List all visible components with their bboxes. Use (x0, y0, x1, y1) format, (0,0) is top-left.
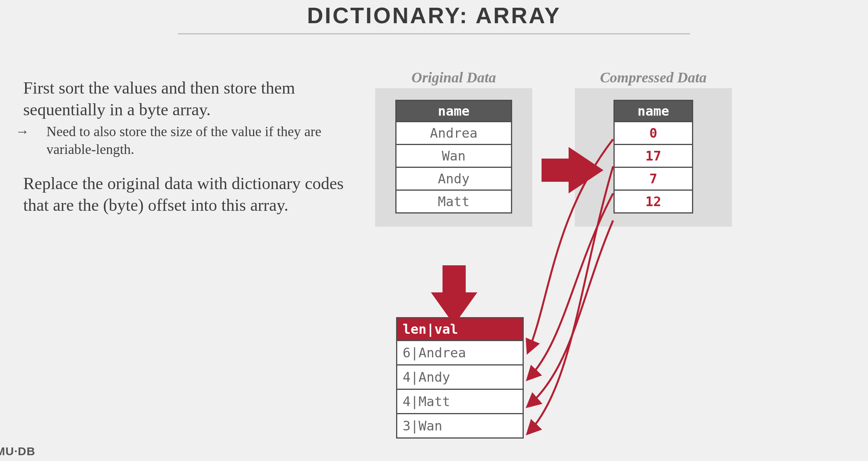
original-header: name (396, 101, 511, 121)
compressed-header: name (615, 101, 692, 121)
compressed-data-panel: Compressed Data name 0 17 7 12 (575, 69, 732, 227)
svg-rect-2 (443, 265, 466, 292)
table-row: 3|Wan (397, 413, 523, 437)
body-text: First sort the values and then store the… (23, 77, 344, 231)
dictionary-header: len|val (397, 318, 523, 340)
original-panel-bg: name Andrea Wan Andy Matt (375, 88, 532, 227)
original-label: Original Data (375, 69, 532, 86)
table-row: 7 (615, 167, 692, 190)
table-row: 0 (615, 121, 692, 144)
dictionary-table: len|val 6|Andrea 4|Andy 4|Matt 3|Wan (396, 317, 524, 439)
compressed-label: Compressed Data (575, 69, 732, 86)
title-divider (178, 33, 690, 34)
subpoint-text: Need to also store the size of the value… (46, 124, 321, 157)
table-row: Andrea (396, 121, 511, 144)
paragraph-2: Replace the original data with dictionar… (23, 174, 343, 215)
arrow-right-icon: → (31, 123, 46, 140)
table-row: Wan (396, 144, 511, 167)
slide-title: DICTIONARY: ARRAY (0, 2, 868, 28)
footer-logo: MU·DB (0, 445, 35, 458)
table-row: Andy (396, 167, 511, 190)
original-table: name Andrea Wan Andy Matt (395, 100, 512, 213)
subpoint: →Need to also store the size of the valu… (23, 123, 344, 158)
slide: DICTIONARY: ARRAY First sort the values … (0, 0, 868, 461)
table-row: 6|Andrea (397, 340, 523, 364)
dictionary-panel: len|val 6|Andrea 4|Andy 4|Matt 3|Wan (396, 317, 524, 439)
original-data-panel: Original Data name Andrea Wan Andy Matt (375, 69, 532, 227)
table-row: 4|Matt (397, 389, 523, 413)
table-row: 4|Andy (397, 364, 523, 389)
compressed-table: name 0 17 7 12 (613, 100, 693, 213)
paragraph-1: First sort the values and then store the… (23, 79, 295, 119)
table-row: Matt (396, 190, 511, 212)
big-arrow-down-icon (431, 265, 477, 325)
compressed-panel-bg: name 0 17 7 12 (575, 88, 732, 227)
svg-rect-0 (542, 159, 569, 182)
table-row: 12 (615, 190, 692, 212)
table-row: 17 (615, 144, 692, 167)
